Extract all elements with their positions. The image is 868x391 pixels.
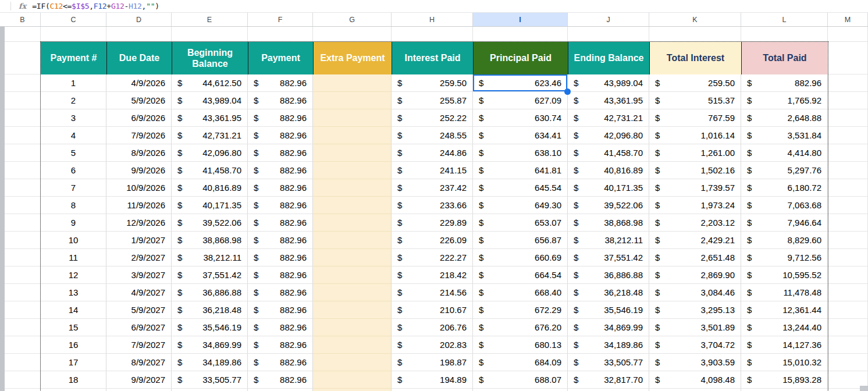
cell-due-date[interactable]: 4/9/2027 [106,284,172,301]
column-header[interactable]: M [828,13,868,26]
cell-extra-payment[interactable] [313,127,392,144]
cell-extra-payment[interactable] [313,301,392,319]
cell-ending-balance[interactable]: $ 38,212.11 [568,232,649,249]
cell-principal-paid[interactable]: $ 668.40 [473,284,568,301]
cell-payment-number[interactable]: 9 [41,214,106,232]
side-cell-m[interactable] [828,127,868,144]
cell-ending-balance[interactable]: $ 36,886.88 [568,266,649,284]
cell-due-date[interactable]: 10/9/2026 [106,179,172,197]
table-header-cell[interactable]: Beginning Balance [172,42,248,74]
cell-ending-balance[interactable]: $ 42,096.80 [568,127,649,144]
cell-due-date[interactable]: 2/9/2027 [106,249,172,266]
cell-payment[interactable]: $ 882.96 [248,266,313,284]
cell-total-interest[interactable]: $ 767.59 [649,109,741,127]
table-header-cell[interactable]: Total Interest [649,42,741,74]
cell-total-interest[interactable]: $ 3,084.46 [649,284,741,301]
cell-principal-paid[interactable]: $ 680.13 [473,336,568,354]
cell-extra-payment[interactable] [313,319,392,336]
cell-beginning-balance[interactable]: $ 42,096.80 [172,144,248,162]
cell-total-paid[interactable]: $ 10,595.52 [741,266,828,284]
cell-payment-number[interactable]: 12 [41,266,106,284]
cell-beginning-balance[interactable]: $ 34,869.99 [172,336,248,354]
cell-principal-paid[interactable]: $ 645.54 [473,179,568,197]
cell-ending-balance[interactable]: $ 37,551.42 [568,249,649,266]
cell-ending-balance[interactable]: $ 33,505.77 [568,354,649,371]
cell-extra-payment[interactable] [313,336,392,354]
cell-extra-payment[interactable] [313,232,392,249]
cell-total-interest[interactable]: $ 515.37 [649,92,741,109]
column-header[interactable]: J [568,13,649,26]
side-cell-b[interactable] [5,284,41,301]
cell-total-interest[interactable]: $ 1,261.00 [649,144,741,162]
cell-total-paid[interactable]: $ 7,946.64 [741,214,828,232]
side-cell-m[interactable] [828,214,868,232]
cell-beginning-balance[interactable]: $ 38,868.98 [172,232,248,249]
cell-ending-balance[interactable]: $ 40,816.89 [568,162,649,179]
cell-ending-balance[interactable]: $ 40,171.35 [568,179,649,197]
cell-total-interest[interactable]: $ 2,651.48 [649,249,741,266]
side-cell-m[interactable] [828,92,868,109]
cell-extra-payment[interactable] [313,109,392,127]
cell-principal-paid[interactable]: $ 638.10 [473,144,568,162]
cell-total-interest[interactable]: $ 4,098.48 [649,371,741,389]
cell-total-interest[interactable]: $ 1,016.14 [649,127,741,144]
cell-payment-number[interactable]: 4 [41,127,106,144]
cell-total-interest[interactable]: $ 1,973.24 [649,197,741,214]
table-header-cell[interactable]: Total Paid [741,42,828,74]
cell-total-paid[interactable]: $ 12,361.44 [741,301,828,319]
cell-due-date[interactable]: 11/9/2026 [106,197,172,214]
cell-extra-payment[interactable] [313,144,392,162]
cell-interest-paid[interactable]: $ 237.42 [392,179,473,197]
side-cell-m[interactable] [828,42,868,74]
cell-total-interest[interactable]: $ 3,501.89 [649,319,741,336]
side-cell-m[interactable] [828,109,868,127]
cell-interest-paid[interactable]: $ 194.89 [392,371,473,389]
cell-interest-paid[interactable]: $ 202.83 [392,336,473,354]
cell-ending-balance[interactable]: $ 34,869.99 [568,319,649,336]
cell-payment[interactable]: $ 882.96 [248,179,313,197]
cell-interest-paid[interactable]: $ 210.67 [392,301,473,319]
cell-due-date[interactable]: 6/9/2027 [106,319,172,336]
cell-beginning-balance[interactable]: $ 35,546.19 [172,319,248,336]
side-cell-m[interactable] [828,266,868,284]
side-cell-m[interactable] [828,162,868,179]
cell-payment[interactable]: $ 882.96 [248,371,313,389]
cell-payment-number[interactable]: 3 [41,109,106,127]
cell-extra-payment[interactable] [313,214,392,232]
cell-due-date[interactable]: 1/9/2027 [106,232,172,249]
cell-payment-number[interactable]: 6 [41,162,106,179]
cell-beginning-balance[interactable]: $ 39,522.06 [172,214,248,232]
cell-due-date[interactable]: 8/9/2026 [106,144,172,162]
cell-beginning-balance[interactable]: $ 34,189.86 [172,354,248,371]
cell-extra-payment[interactable] [313,284,392,301]
side-cell-b[interactable] [5,109,41,127]
cell-payment[interactable]: $ 882.96 [248,197,313,214]
cell-total-interest[interactable]: $ 3,903.59 [649,354,741,371]
cell-principal-paid[interactable]: $ 649.30 [473,197,568,214]
cell-total-paid[interactable]: $ 1,765.92 [741,92,828,109]
cell-payment-number[interactable]: 15 [41,319,106,336]
table-header-cell[interactable]: Payment [248,42,313,74]
side-cell-b[interactable] [5,301,41,319]
formula-bar[interactable]: fx =IF(C12<=$I$5,F12+G12-H12,"") [0,0,868,13]
side-cell-m[interactable] [828,197,868,214]
cell-principal-paid[interactable]: $ 684.09 [473,354,568,371]
cell-principal-paid[interactable]: $ 630.74 [473,109,568,127]
cell-total-interest[interactable]: $ 3,704.72 [649,336,741,354]
cell-total-paid[interactable]: $ 5,297.76 [741,162,828,179]
cell-interest-paid[interactable]: $ 218.42 [392,266,473,284]
cell-total-interest[interactable]: $ 259.50 [649,74,741,92]
cell-extra-payment[interactable] [313,179,392,197]
cell-interest-paid[interactable]: $ 206.76 [392,319,473,336]
cell-extra-payment[interactable] [313,371,392,389]
cell-total-paid[interactable]: $ 6,180.72 [741,179,828,197]
cell-ending-balance[interactable]: $ 43,989.04 [568,74,649,92]
cell-total-paid[interactable]: $ 14,127.36 [741,336,828,354]
cell-due-date[interactable]: 7/9/2026 [106,127,172,144]
table-header-cell[interactable]: Due Date [106,42,172,74]
cell-due-date[interactable]: 4/9/2026 [106,74,172,92]
side-cell-b[interactable] [5,354,41,371]
cell-total-paid[interactable]: $ 9,712.56 [741,249,828,266]
side-cell-m[interactable] [828,74,868,92]
column-header[interactable]: L [741,13,828,26]
